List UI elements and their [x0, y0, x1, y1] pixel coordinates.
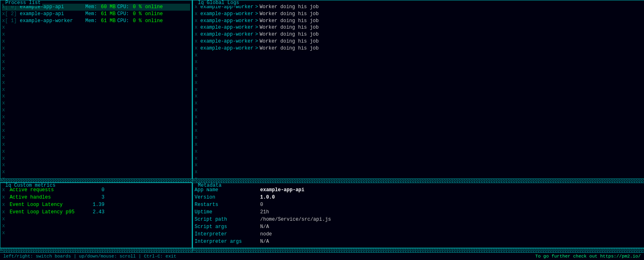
proc-cpu-label-2: CPU:	[117, 11, 132, 18]
empty-row-pl-1: x	[2, 24, 190, 31]
process-row-2[interactable]: x[ 2] example-app-api Mem: 61 MB CPU: 0 …	[2, 11, 190, 18]
empty-row-pl-17: x	[2, 134, 190, 141]
empty-row-pl-16: x	[2, 127, 190, 134]
empty-row-pl-19: x	[2, 148, 190, 155]
empty-row-pl-13: x	[2, 107, 190, 114]
meta-key-scriptargs: Script args	[195, 223, 260, 231]
proc-cpu-val-1: 0 %	[133, 18, 145, 25]
empty-metric-2: x	[2, 223, 190, 230]
empty-row-pl-4: x	[2, 45, 190, 52]
log-app-3: example-app-worker	[200, 18, 254, 25]
metric-label-event-loop-latency-p95: x Event Loop Latency p95	[2, 208, 84, 216]
proc-name-2: example-app-api	[20, 11, 85, 18]
log-app-5: example-app-worker	[200, 31, 254, 38]
meta-row-uptime: Uptime 21h	[195, 208, 644, 216]
log-x-2: x	[195, 11, 199, 18]
proc-mem-val-0: 60 MB	[101, 4, 117, 11]
meta-key-interpreter: Interpreter	[195, 231, 260, 238]
log-row-3: x example-app-worker > Worker doing his …	[195, 18, 644, 25]
log-msg-6: Worker doing his job	[260, 38, 319, 45]
global-logs-panel: lq Global Logs x example-app-worker > Wo…	[193, 0, 644, 179]
metric-label-event-loop-latency: x Event Loop Latency	[2, 201, 84, 208]
empty-row-pl-23: x	[2, 176, 190, 179]
log-arrow-7: >	[255, 45, 258, 52]
metric-val-active-handles: 3	[84, 194, 104, 201]
proc-status-1: online	[145, 18, 163, 25]
log-x-4: x	[195, 24, 199, 31]
empty-log-18: x	[195, 169, 644, 176]
proc-x-2: x[ 2]	[2, 11, 20, 18]
empty-log-10: x	[195, 114, 644, 121]
log-arrow-3: >	[255, 18, 258, 25]
log-app-4: example-app-worker	[200, 24, 254, 31]
process-row-1[interactable]: x[ 1] example-app-worker Mem: 61 MB CPU:…	[2, 18, 190, 25]
log-row-5: x example-app-worker > Worker doing his …	[195, 31, 644, 38]
meta-row-scriptpath: Script path /home/Service/src/api.js	[195, 216, 644, 223]
proc-mem-val-2: 61 MB	[101, 11, 117, 18]
proc-cpu-val-2: 0 %	[133, 11, 145, 18]
log-app-7: example-app-worker	[200, 45, 254, 52]
metadata-bottom-divider: mqqqqqqqqqqqqqqqqqqqqqqqqqqqqqqqqqqqqqqq…	[193, 248, 644, 252]
empty-log-11: x	[195, 121, 644, 128]
log-arrow-6: >	[255, 38, 258, 45]
proc-mem-label-2: Mem:	[85, 11, 100, 18]
empty-row-pl-2: x	[2, 31, 190, 38]
custom-metrics-panel: lq Custom metrics x Active requests 0 x …	[0, 183, 192, 248]
metric-val-event-loop-latency-p95: 2.43	[84, 208, 104, 216]
main-area: Process list x[ 0] example-app-api Mem: …	[0, 0, 644, 252]
log-x-3: x	[195, 18, 199, 25]
empty-row-pl-11: x	[2, 93, 190, 100]
empty-log-8: x	[195, 100, 644, 107]
empty-row-pl-20: x	[2, 155, 190, 162]
empty-log-3: x	[195, 66, 644, 72]
empty-log-19: x	[195, 176, 644, 179]
right-panel: lq Global Logs x example-app-worker > Wo…	[193, 0, 644, 252]
log-x-7: x	[195, 45, 199, 52]
proc-mem-val-1: 61 MB	[101, 18, 117, 25]
log-msg-3: Worker doing his job	[260, 18, 319, 25]
metrics-divider: mqqqqqqqqqqqqqqqqqqqqqqqqqqqqqqqqqqqqqqq…	[0, 248, 192, 252]
empty-row-pl-10: x	[2, 86, 190, 93]
meta-val-scriptpath: /home/Service/src/api.js	[260, 216, 644, 223]
log-msg-2: Worker doing his job	[260, 11, 319, 18]
metric-row-event-loop-latency: x Event Loop Latency 1.39	[2, 201, 190, 208]
global-logs-title: lq Global Logs	[196, 0, 241, 6]
empty-log-4: x	[195, 72, 644, 79]
empty-log-17: x	[195, 162, 644, 169]
meta-key-interpreterargs: Interpreter args	[195, 238, 260, 245]
status-bar: left/right: switch boards | up/down/mous…	[0, 252, 644, 260]
log-row-1: x example-app-worker > Worker doing his …	[195, 4, 644, 11]
metric-row-event-loop-latency-p95: x Event Loop Latency p95 2.43	[2, 208, 190, 216]
empty-log-15: x	[195, 148, 644, 155]
proc-cpu-label-0: CPU:	[117, 4, 132, 11]
empty-log-16: x	[195, 155, 644, 162]
empty-log-5: x	[195, 79, 644, 86]
log-arrow-4: >	[255, 24, 258, 31]
metric-val-active-requests: 0	[84, 186, 104, 194]
meta-key-version: Version	[195, 194, 260, 201]
process-list-content: x[ 0] example-app-api Mem: 60 MB CPU: 0 …	[2, 4, 190, 179]
empty-row-pl-8: x	[2, 72, 190, 79]
custom-metrics-title: lq Custom metrics	[4, 183, 57, 188]
logs-metadata-divider: mqqqqqqqqqqqqqqqqqqqqqqqqqqqqqqqqqqqqqqq…	[193, 179, 644, 183]
meta-val-interpreter: node	[260, 231, 644, 238]
empty-metric-3: x	[2, 230, 190, 237]
proc-cpu-label-1: CPU:	[117, 18, 132, 25]
empty-log-7: x	[195, 93, 644, 100]
meta-val-interpreterargs: N/A	[260, 238, 644, 245]
log-app-6: example-app-worker	[200, 38, 254, 45]
metric-row-active-handles: x Active handles 3	[2, 194, 190, 201]
empty-row-pl-15: x	[2, 121, 190, 128]
metadata-title: Metadata	[196, 183, 223, 188]
empty-row-pl-12: x	[2, 100, 190, 107]
empty-row-pl-3: x	[2, 38, 190, 45]
metric-val-event-loop-latency: 1.39	[84, 201, 104, 208]
log-row-7: x example-app-worker > Worker doing his …	[195, 45, 644, 52]
metadata-content: App Name example-app-api Version 1.0.0 R…	[195, 186, 644, 245]
log-x-5: x	[195, 31, 199, 38]
meta-row-appname: App Name example-app-api	[195, 186, 644, 194]
empty-row-pl-9: x	[2, 79, 190, 86]
log-arrow-2: >	[255, 11, 258, 18]
process-divider: mqqqqqqqqqqqqqqqqqqqqqqqqqqqqqqqqqqqqqqq…	[0, 179, 192, 183]
empty-row-pl-6: x	[2, 59, 190, 66]
